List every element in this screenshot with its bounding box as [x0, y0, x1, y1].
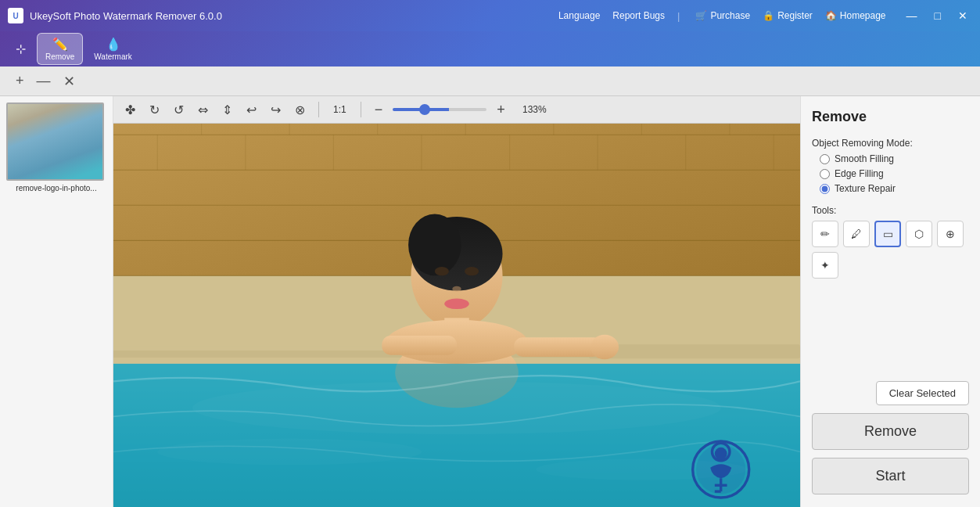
register-link[interactable]: 🔒 Register — [763, 10, 813, 21]
start-button[interactable]: Start — [812, 458, 969, 494]
remove-tool-button[interactable]: ✏️ Remove — [37, 33, 83, 65]
svg-rect-43 — [514, 337, 602, 357]
window-bar: + — ✕ — [0, 67, 980, 96]
magic-wand-button[interactable]: ⊕ — [937, 221, 964, 247]
edge-filling-label: Edge Filling — [835, 168, 884, 179]
watermark-icon: 💧 — [106, 37, 121, 52]
pen-icon: ✏ — [820, 228, 830, 240]
svg-rect-1 — [8, 142, 102, 179]
edge-filling-radio[interactable] — [820, 169, 830, 179]
remove-icon: ✏️ — [52, 37, 68, 52]
polygon-tool-button[interactable]: ⬡ — [906, 221, 932, 247]
zoom-ratio-label: 1:1 — [328, 104, 351, 115]
svg-point-50 — [715, 448, 727, 460]
minimize-button[interactable]: — — [902, 8, 922, 23]
separator2 — [361, 102, 361, 117]
clear-selected-button[interactable]: Clear Selected — [876, 381, 969, 405]
object-removing-mode-label: Object Removing Mode: — [812, 138, 969, 149]
crop-icon: ⊹ — [16, 41, 26, 56]
title-bar: U UkeySoft Photo Watermark Remover 6.0.0… — [0, 0, 980, 31]
window-minimize-button[interactable]: — — [31, 73, 57, 89]
zoom-percent-label: 133% — [515, 104, 547, 115]
zoom-slider[interactable] — [393, 108, 486, 111]
zoom-in-button[interactable]: + — [493, 100, 509, 120]
svg-rect-3 — [41, 149, 69, 172]
right-panel: Remove Object Removing Mode: Smooth Fill… — [800, 96, 980, 507]
redo-button[interactable]: ↪ — [267, 101, 285, 119]
panel-title: Remove — [812, 109, 969, 125]
app-logo: U — [8, 8, 23, 23]
magic-wand-icon: ⊕ — [946, 228, 955, 240]
remove-tool-label: Remove — [45, 52, 74, 61]
app-title: UkeySoft Photo Watermark Remover 6.0.0 — [30, 10, 558, 22]
report-bugs-link[interactable]: Report Bugs — [612, 10, 665, 21]
clear-selected-container: Clear Selected — [812, 381, 969, 405]
pen-tool-button[interactable]: ✏ — [812, 221, 838, 247]
tools-label: Tools: — [812, 205, 969, 216]
move-tool-button[interactable]: ✤ — [121, 101, 139, 119]
mode-radio-group: Smooth Filling Edge Filling Texture Repa… — [820, 153, 969, 194]
image-canvas[interactable] — [113, 124, 800, 507]
language-link[interactable]: Language — [558, 10, 600, 21]
tools-section: Tools: ✏ 🖊 ▭ ⬡ ⊕ — [812, 205, 969, 279]
file-label: remove-logo-in-photo... — [6, 184, 106, 192]
smooth-filling-option[interactable]: Smooth Filling — [820, 153, 969, 164]
svg-point-38 — [465, 267, 479, 275]
ai-tool-button[interactable]: ✦ — [812, 252, 838, 279]
close-button[interactable]: ✕ — [953, 8, 972, 23]
purchase-link[interactable]: 🛒 Purchase — [695, 10, 750, 21]
file-thumbnail[interactable] — [6, 102, 104, 181]
watermark-tool-button[interactable]: 💧 Watermark — [86, 34, 140, 64]
brush-tool-button[interactable]: 🖊 — [843, 221, 870, 247]
texture-repair-option[interactable]: Texture Repair — [820, 183, 969, 194]
clear-canvas-button[interactable]: ⊗ — [291, 101, 309, 119]
brush-icon: 🖊 — [851, 228, 862, 240]
svg-point-40 — [444, 299, 469, 310]
polygon-icon: ⬡ — [914, 228, 924, 240]
thumbnail-image — [8, 104, 102, 179]
smooth-filling-radio[interactable] — [820, 154, 830, 164]
title-nav: Language Report Bugs | — [558, 10, 680, 22]
svg-point-37 — [435, 267, 449, 275]
svg-rect-0 — [8, 104, 102, 179]
rotate-ccw-button[interactable]: ↺ — [170, 101, 188, 119]
svg-point-44 — [591, 335, 619, 360]
viewer-toolbar: ✤ ↻ ↺ ⇔ ⇕ ↩ ↪ ⊗ 1:1 − + 133% — [113, 96, 800, 124]
object-removing-mode-section: Object Removing Mode: Smooth Filling Edg… — [812, 138, 969, 194]
smooth-filling-label: Smooth Filling — [835, 153, 894, 164]
nav-links: 🛒 Purchase 🔒 Register 🏠 Homepage — [695, 10, 885, 21]
spacer — [812, 286, 969, 373]
window-controls: — □ ✕ — [902, 8, 972, 23]
crop-tool-button[interactable]: ⊹ — [8, 38, 34, 59]
rect-icon: ▭ — [883, 228, 893, 240]
texture-repair-label: Texture Repair — [835, 183, 896, 194]
svg-rect-45 — [382, 336, 457, 355]
flip-h-button[interactable]: ⇔ — [194, 101, 212, 119]
add-file-button[interactable]: + — [9, 73, 31, 89]
undo-button[interactable]: ↩ — [242, 101, 260, 119]
texture-repair-radio[interactable] — [820, 184, 830, 194]
separator — [318, 102, 319, 117]
window-close-button[interactable]: ✕ — [57, 73, 81, 90]
content-area: remove-logo-in-photo... ✤ ↻ ↺ ⇔ ⇕ ↩ ↪ ⊗ … — [0, 96, 980, 507]
flip-v-button[interactable]: ⇕ — [218, 101, 236, 119]
rotate-cw-button[interactable]: ↻ — [145, 101, 163, 119]
watermark-tool-label: Watermark — [94, 52, 132, 61]
tools-grid: ✏ 🖊 ▭ ⬡ ⊕ ✦ — [812, 221, 969, 279]
file-panel: remove-logo-in-photo... — [0, 96, 113, 507]
homepage-link[interactable]: 🏠 Homepage — [825, 10, 886, 21]
edge-filling-option[interactable]: Edge Filling — [820, 168, 969, 179]
main-toolbar: ⊹ ✏️ Remove 💧 Watermark — [0, 31, 980, 67]
zoom-out-button[interactable]: − — [371, 100, 387, 120]
app-window: U UkeySoft Photo Watermark Remover 6.0.0… — [0, 0, 980, 507]
ai-icon: ✦ — [820, 259, 830, 271]
rect-tool-button[interactable]: ▭ — [874, 221, 901, 247]
svg-point-39 — [452, 286, 461, 292]
svg-rect-29 — [589, 344, 800, 358]
svg-point-36 — [408, 214, 461, 276]
remove-button[interactable]: Remove — [812, 413, 969, 450]
image-viewer-container: ✤ ↻ ↺ ⇔ ⇕ ↩ ↪ ⊗ 1:1 − + 133% — [113, 96, 800, 507]
maximize-button[interactable]: □ — [930, 8, 946, 23]
svg-point-2 — [41, 121, 69, 155]
